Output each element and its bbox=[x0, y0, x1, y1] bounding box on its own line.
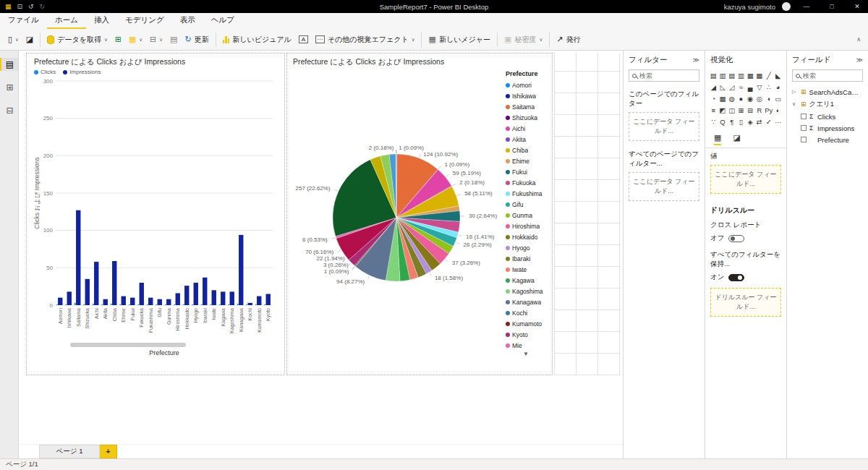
refresh-button[interactable]: ↻更新 bbox=[181, 32, 212, 48]
legend-scroll-down-icon[interactable]: ▼ bbox=[506, 351, 546, 357]
legend-item-Kyoto[interactable]: Kyoto bbox=[506, 329, 546, 340]
data-view-button[interactable]: ⊞ bbox=[0, 81, 18, 94]
field-table-SearchAdsCampaigns[interactable]: ▷⊞SearchAdsCampaigns bbox=[787, 86, 868, 98]
collapse-pane-icon[interactable]: ≫ bbox=[693, 56, 699, 64]
legend-item-Kochi[interactable]: Kochi bbox=[506, 307, 546, 318]
legend-item-Hokkaido[interactable]: Hokkaido bbox=[506, 231, 546, 242]
legend-item-Fukushima[interactable]: Fukushima bbox=[506, 188, 546, 199]
drillthrough-dropzone[interactable]: ドリルスルー フィールド... bbox=[710, 288, 781, 317]
legend-item-Iwate[interactable]: Iwate bbox=[506, 264, 546, 275]
close-button[interactable]: ✕ bbox=[848, 3, 867, 10]
legend-item-Shizuoka[interactable]: Shizuoka bbox=[506, 112, 546, 123]
legend-item-Impressions[interactable]: Impressions bbox=[63, 69, 101, 75]
waterfall-chart-icon[interactable]: ▄ bbox=[746, 82, 754, 92]
legend-item-Ehime[interactable]: Ehime bbox=[506, 155, 546, 166]
format-well-tab-icon[interactable]: ◪ bbox=[733, 133, 740, 145]
get-more-visuals-icon[interactable]: ··· bbox=[774, 117, 782, 127]
add-page-button[interactable]: + bbox=[100, 445, 117, 458]
matrix-icon[interactable]: ⊟ bbox=[746, 106, 754, 115]
legend-item-Fukui[interactable]: Fukui bbox=[506, 166, 546, 177]
bar-chart-visual[interactable]: Prefecture による Clicks および Impressions Cl… bbox=[26, 53, 285, 375]
filled-map-icon[interactable]: ● bbox=[737, 94, 745, 103]
undo-icon[interactable]: ↺ bbox=[28, 3, 34, 10]
menu-tab-表示[interactable]: 表示 bbox=[172, 13, 203, 29]
field-checkbox[interactable] bbox=[801, 137, 807, 142]
field-Clicks[interactable]: ΣClicks bbox=[787, 111, 868, 122]
stacked-area-chart-icon[interactable]: ◢ bbox=[710, 82, 718, 92]
fields-well-tab-icon[interactable]: ▦ bbox=[714, 133, 721, 145]
clustered-column-chart-icon[interactable]: ▥ bbox=[737, 71, 745, 80]
metrics-icon[interactable]: ✓ bbox=[765, 117, 773, 127]
area-chart-icon[interactable]: ◣ bbox=[774, 71, 782, 80]
values-dropzone[interactable]: ここにデータ フィールド... bbox=[710, 165, 781, 194]
legend-item-Aichi[interactable]: Aichi bbox=[506, 123, 546, 134]
decomposition-tree-icon[interactable]: ∵ bbox=[710, 117, 718, 127]
line-chart-icon[interactable]: ╱ bbox=[765, 71, 773, 80]
collapse-pane-icon[interactable]: ≫ bbox=[856, 56, 863, 64]
menu-tab-モデリング[interactable]: モデリング bbox=[117, 13, 172, 29]
filters-all-dropzone[interactable]: ここにデータ フィールド... bbox=[629, 172, 699, 201]
key-influencers-icon[interactable]: ◐ bbox=[774, 106, 782, 115]
line-stacked-column-chart-icon[interactable]: ◺ bbox=[719, 82, 727, 92]
paste-button[interactable]: ▯∨ bbox=[4, 33, 22, 46]
fields-search-input[interactable] bbox=[803, 72, 859, 80]
paginated-report-icon[interactable]: ▯ bbox=[737, 117, 745, 127]
menu-tab-挿入[interactable]: 挿入 bbox=[86, 13, 117, 29]
legend-item-Mie[interactable]: Mie bbox=[506, 340, 546, 351]
legend-item-Ishikawa[interactable]: Ishikawa bbox=[506, 90, 546, 101]
legend-item-Kagawa[interactable]: Kagawa bbox=[506, 275, 546, 286]
legend-item-Kagoshima[interactable]: Kagoshima bbox=[506, 286, 546, 296]
collapse-ribbon-icon[interactable]: ∧ bbox=[856, 36, 864, 43]
legend-item-Saitama[interactable]: Saitama bbox=[506, 101, 546, 112]
donut-chart-icon[interactable]: ◔ bbox=[710, 94, 718, 103]
publish-button[interactable]: ↗発行 bbox=[553, 32, 584, 48]
ribbon-chart-icon[interactable]: ≈ bbox=[737, 82, 745, 92]
multi-row-card-icon[interactable]: ≡ bbox=[710, 106, 718, 115]
cross-report-toggle[interactable] bbox=[728, 235, 744, 242]
legend-item-Gifu[interactable]: Gifu bbox=[506, 199, 546, 210]
field-Impressions[interactable]: ΣImpressions bbox=[787, 122, 868, 134]
scrollbar-thumb[interactable] bbox=[70, 343, 186, 347]
stacked-bar-chart-icon[interactable]: ▤ bbox=[710, 71, 718, 80]
new-measure-button[interactable]: ▦新しいメジャー bbox=[425, 32, 494, 48]
clustered-bar-chart-icon[interactable]: ▤ bbox=[728, 71, 736, 80]
legend-item-Fukuoka[interactable]: Fukuoka bbox=[506, 177, 546, 188]
menu-file[interactable]: ファイル bbox=[0, 13, 47, 29]
map-icon[interactable]: ◍ bbox=[728, 94, 736, 103]
page-tab[interactable]: ページ 1 bbox=[39, 445, 100, 458]
shape-map-icon[interactable]: ◉ bbox=[746, 94, 754, 103]
sql-server-button[interactable]: ⊟∨ bbox=[146, 33, 166, 46]
report-canvas[interactable]: Prefecture による Clicks および Impressions Cl… bbox=[19, 51, 623, 444]
account-name[interactable]: kazuya sugimoto bbox=[724, 3, 775, 11]
legend-item-Chiba[interactable]: Chiba bbox=[506, 145, 546, 155]
filters-search[interactable] bbox=[629, 69, 699, 82]
arcgis-map-icon[interactable]: ◈ bbox=[746, 117, 754, 127]
kpi-icon[interactable]: ◩ bbox=[719, 106, 727, 115]
filters-page-dropzone[interactable]: ここにデータ フィールド... bbox=[629, 112, 699, 141]
format-painter-button[interactable]: ◪ bbox=[22, 33, 37, 46]
save-icon[interactable]: ⊡ bbox=[17, 3, 23, 10]
avatar[interactable] bbox=[782, 2, 791, 11]
menu-tab-ホーム[interactable]: ホーム bbox=[47, 13, 86, 29]
legend-item-Aomori[interactable]: Aomori bbox=[506, 80, 546, 90]
menu-tab-ヘルプ[interactable]: ヘルプ bbox=[203, 13, 242, 29]
maximize-button[interactable]: □ bbox=[822, 3, 841, 10]
legend-item-Ibaraki[interactable]: Ibaraki bbox=[506, 253, 546, 264]
field-checkbox[interactable] bbox=[801, 125, 807, 131]
enter-data-button[interactable]: ▤ bbox=[166, 33, 181, 46]
line-clustered-column-chart-icon[interactable]: ◿ bbox=[728, 82, 736, 92]
legend-item-Akita[interactable]: Akita bbox=[506, 134, 546, 145]
keep-filters-toggle[interactable] bbox=[728, 274, 744, 281]
legend-item-Hyogo[interactable]: Hyogo bbox=[506, 242, 546, 253]
minimize-button[interactable]: — bbox=[797, 3, 816, 10]
legend-item-Kumamoto[interactable]: Kumamoto bbox=[506, 318, 546, 329]
power-apps-icon[interactable]: ⇄ bbox=[756, 117, 764, 127]
r-script-visual-icon[interactable]: R bbox=[756, 106, 764, 115]
card-icon[interactable]: ▭ bbox=[774, 94, 782, 103]
python-visual-icon[interactable]: Py bbox=[765, 106, 773, 115]
azure-map-icon[interactable]: ◎ bbox=[756, 94, 764, 103]
more-visuals-button[interactable]: ···その他の視覚エフェクト∨ bbox=[312, 32, 419, 48]
model-view-button[interactable]: ⊟ bbox=[0, 104, 18, 117]
table-icon[interactable]: ⊞ bbox=[737, 106, 745, 115]
field-Prefecture[interactable]: Prefecture bbox=[787, 134, 868, 145]
